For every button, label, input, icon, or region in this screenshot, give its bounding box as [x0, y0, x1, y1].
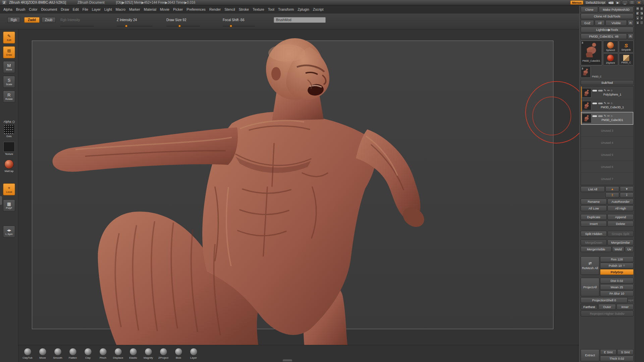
make-polymesh3d-button[interactable]: Make PolyMesh3D [599, 7, 634, 12]
matcap-swatch[interactable] [4, 160, 14, 169]
maximize-icon[interactable]: □ [629, 0, 635, 5]
ghost-icon[interactable]: ○ [611, 115, 612, 118]
shelf-scroll-right-icon[interactable]: ▶ [615, 0, 621, 5]
polypaint-icon[interactable]: ✎ [604, 89, 606, 92]
subtool-row[interactable]: ✎ ✏ ○ PolySphere_1 [581, 86, 633, 99]
menu-item[interactable]: Stencil [224, 7, 235, 11]
brush-preset[interactable]: Flatten [66, 348, 79, 359]
document-canvas[interactable] [18, 29, 579, 345]
edit-button[interactable]: ✎ Edit [3, 32, 15, 44]
brush-preset[interactable]: Elastic [127, 348, 140, 359]
extract-button[interactable]: Extract [581, 349, 599, 361]
clone-all-subtools-button[interactable]: Clone All SubTools [581, 13, 634, 19]
polygrp-button[interactable]: PolyGrp [600, 269, 634, 275]
menu-item[interactable]: Stroke [239, 7, 249, 11]
tool-r-button[interactable]: R [628, 34, 634, 39]
menu-item[interactable]: Texture [253, 7, 264, 11]
s-smt-toggle[interactable]: S Smt [617, 349, 634, 355]
menu-item[interactable]: Macro [116, 7, 125, 11]
subtool-row[interactable]: ✎ ✏ ○ Unused 6 [581, 161, 633, 173]
brush-preset[interactable]: ClayTub [21, 348, 34, 359]
subtool-row[interactable]: ✎ ✏ ○ PM3D_Cube3D_1 [581, 99, 633, 112]
goz-visible-button[interactable]: Visible [605, 20, 627, 26]
slider-knob[interactable] [230, 25, 232, 27]
all-high-button[interactable]: All High [607, 205, 634, 211]
quickpick-pm3d-cube[interactable]: PM3D_C [619, 53, 634, 65]
brush-preset[interactable]: Smooth [51, 348, 64, 359]
inner-button[interactable]: Inner [616, 304, 634, 310]
brush-preset[interactable]: ZProject [157, 348, 170, 359]
menu-item[interactable]: Render [209, 7, 221, 11]
ghost-icon[interactable]: ○ [611, 102, 612, 105]
texture-swatch[interactable] [3, 142, 15, 152]
weld-button[interactable]: Weld [612, 246, 624, 252]
merge-visible-button[interactable]: MergeVisible [581, 246, 611, 252]
rename-button[interactable]: Rename [581, 199, 607, 204]
local-button[interactable]: + Local [3, 183, 15, 195]
subtool-row[interactable]: ✎ ✏ ○ Unused 3 [581, 125, 633, 137]
dock-left-icon[interactable]: ◧ [636, 11, 639, 15]
projection-shell-slider[interactable]: ProjectionShell 0 [581, 297, 628, 303]
clone-button[interactable]: Clone [581, 7, 598, 12]
brush-preset[interactable]: Magnify [142, 348, 155, 359]
subtool-up-button[interactable]: ▲ [605, 186, 619, 192]
menu-item[interactable]: Marker [129, 7, 140, 11]
shelf-scroll-left-icon[interactable]: ◀▮▮ [608, 0, 614, 5]
menus-button[interactable]: Menus [570, 0, 583, 5]
menu-item[interactable]: Color [29, 7, 37, 11]
menu-item[interactable]: Picker [173, 7, 183, 11]
polypaint-icon[interactable]: ✎ [604, 102, 606, 105]
zadd-button[interactable]: Zadd [24, 17, 40, 23]
focal-shift-slider[interactable]: Focal Shift -56 [223, 17, 255, 27]
menu-item[interactable]: Preferences [186, 7, 206, 11]
farthest-button[interactable]: Farthest [581, 304, 598, 310]
split-hidden-button[interactable]: Split Hidden [581, 231, 607, 237]
lsym-button[interactable]: ◂▸ L.Sym [3, 226, 15, 238]
slider-track[interactable] [223, 26, 255, 26]
subtool-section-header[interactable]: SubTool [581, 80, 634, 85]
uv-button[interactable]: Uv [625, 246, 634, 252]
eye-all-toggle[interactable] [598, 103, 603, 104]
res-slider[interactable]: Res 128 [600, 256, 634, 262]
ghost-icon[interactable]: ○ [611, 89, 612, 92]
pa-blur-slider[interactable]: PA Blur 10 [600, 291, 634, 296]
open-panel-icon[interactable]: ■ [636, 21, 639, 25]
recent-tool-thumbnail[interactable]: 3 [581, 66, 591, 78]
polypaint-icon[interactable]: ✎ [604, 115, 606, 118]
slider-track[interactable] [117, 26, 152, 26]
quickpick-zsphere[interactable]: ZSphere [603, 53, 618, 65]
menu-item[interactable]: Draw [61, 7, 69, 11]
remesh-all-button[interactable]: ⇄ ReMesh All [581, 256, 599, 275]
z-intensity-slider[interactable]: Z Intensity 24 [117, 17, 152, 27]
subtool-move-down-button[interactable]: ↧ [620, 192, 634, 198]
brush-preset[interactable]: Displace [112, 348, 124, 359]
menu-item[interactable]: Alpha [3, 7, 12, 11]
menu-item[interactable]: Light [104, 7, 112, 11]
list-all-button[interactable]: List All [581, 186, 605, 192]
subtool-move-up-button[interactable]: ↥ [605, 192, 619, 198]
subtool-row[interactable]: ✎ ✏ ○ Unused 4 [581, 137, 633, 149]
outer-button[interactable]: Outer [598, 304, 615, 310]
eye-toggle[interactable] [592, 115, 597, 117]
all-low-button[interactable]: All Low [581, 205, 607, 211]
eye-all-toggle[interactable] [598, 115, 603, 117]
menu-item[interactable]: Layer [92, 7, 101, 11]
polyframe-button[interactable]: ▦ PolyF [3, 199, 15, 212]
dock-bottom-icon[interactable]: ▥ [640, 7, 643, 11]
sculpt-icon[interactable]: ✏ [607, 89, 610, 92]
collapse-panel-icon[interactable]: ▼ [640, 16, 643, 20]
current-tool-button[interactable]: PM3D_Cube3D1. 48 [581, 34, 627, 39]
dist-slider[interactable]: Dist 0.02 [600, 278, 634, 284]
left-divider-handle[interactable] [0, 196, 2, 205]
move-button[interactable]: M Move [3, 61, 15, 73]
polish-slider[interactable]: Polish 10 ○ [600, 263, 634, 268]
menu-item[interactable]: Movie [160, 7, 169, 11]
menu-item[interactable]: Edit [73, 7, 79, 11]
goz-button[interactable]: GoZ [581, 20, 594, 26]
polish-mode-toggle[interactable]: ○ [623, 264, 625, 267]
bottom-divider-handle[interactable] [283, 359, 292, 361]
goz-r-button[interactable]: R [628, 20, 634, 26]
lightbox-tools-button[interactable]: Lightbox▶Tools [581, 27, 634, 33]
eye-toggle[interactable] [592, 103, 597, 104]
expand-panel-icon[interactable]: ▲ [636, 16, 639, 20]
